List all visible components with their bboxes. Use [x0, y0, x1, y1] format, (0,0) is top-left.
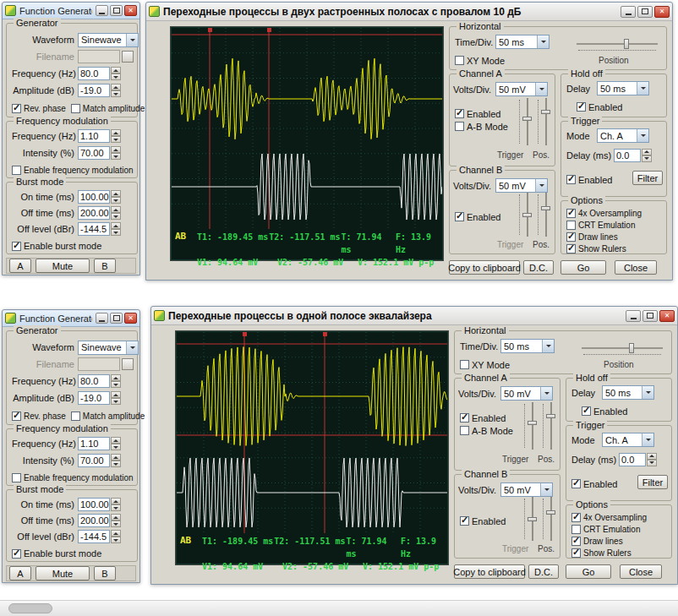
- channel-a-enabled-checkbox[interactable]: Enabled: [460, 413, 506, 423]
- frequency-input[interactable]: 80.0: [78, 67, 110, 80]
- xy-mode-checkbox[interactable]: XY Mode: [455, 56, 505, 66]
- oversampling-checkbox[interactable]: 4x Oversampling: [571, 513, 647, 522]
- trigger-delay-input[interactable]: 0.0: [614, 149, 641, 162]
- slider-thumb[interactable]: [546, 510, 555, 515]
- filter-button[interactable]: Filter: [637, 475, 668, 489]
- xy-mode-checkbox[interactable]: XY Mode: [460, 360, 510, 370]
- spin-down-icon[interactable]: [111, 444, 121, 450]
- trigger-delay-spinner[interactable]: [647, 453, 657, 466]
- channel-a-voltsdiv-select[interactable]: 50 mV: [495, 82, 548, 96]
- trigger-enabled-checkbox[interactable]: Enabled: [566, 175, 612, 185]
- show-rulers-checkbox[interactable]: Show Rulers: [571, 548, 632, 558]
- ab-mode-checkbox[interactable]: A-B Mode: [460, 426, 513, 436]
- mute-button[interactable]: Mute: [36, 566, 90, 581]
- spin-down-icon[interactable]: [111, 197, 121, 204]
- slider-thumb[interactable]: [528, 421, 537, 425]
- match-amplitude-checkbox[interactable]: Match amplitude: [71, 412, 145, 421]
- spin-down-icon[interactable]: [111, 90, 121, 97]
- filter-button[interactable]: Filter: [632, 171, 663, 185]
- spin-up-icon[interactable]: [111, 437, 121, 444]
- fg-titlebar[interactable]: Function Generator ✕: [3, 3, 139, 19]
- timediv-select[interactable]: 50 ms: [500, 339, 555, 353]
- channel-b-trigger-slider[interactable]: [528, 497, 538, 541]
- spin-down-icon[interactable]: [111, 461, 121, 467]
- maximize-button[interactable]: [110, 313, 123, 324]
- spin-down-icon[interactable]: [111, 136, 121, 143]
- slider-thumb[interactable]: [522, 117, 532, 121]
- crt-emulation-checkbox[interactable]: CRT Emulation: [571, 525, 640, 534]
- spin-up-icon[interactable]: [111, 222, 121, 229]
- off-level-input[interactable]: -144.5: [78, 222, 110, 236]
- fg-titlebar[interactable]: Function Generator ✕: [3, 310, 139, 327]
- slider-thumb[interactable]: [528, 517, 537, 521]
- off-level-input[interactable]: -144.5: [78, 530, 110, 543]
- spin-up-icon[interactable]: [111, 84, 121, 90]
- off-time-input[interactable]: 200.00: [78, 206, 110, 220]
- fm-frequency-spinner[interactable]: [111, 437, 121, 450]
- copy-to-clipboard-button[interactable]: Copy to clipboard: [449, 260, 520, 275]
- spin-up-icon[interactable]: [111, 454, 121, 461]
- horizontal-position-slider[interactable]: [577, 37, 658, 52]
- channel-a-voltsdiv-select[interactable]: 50 mV: [500, 386, 553, 401]
- enable-burst-mode-checkbox[interactable]: Enable burst mode: [12, 241, 101, 251]
- browse-button[interactable]: [122, 51, 134, 63]
- channel-a-button[interactable]: A: [9, 566, 31, 581]
- hold-off-enabled-checkbox[interactable]: Enabled: [582, 406, 627, 417]
- spin-down-icon[interactable]: [111, 521, 121, 527]
- spin-down-icon[interactable]: [642, 155, 652, 162]
- off-level-spinner[interactable]: [111, 530, 121, 543]
- spin-down-icon[interactable]: [111, 153, 121, 160]
- enable-frequency-modulation-checkbox[interactable]: Enable frequency modulation: [12, 166, 134, 175]
- on-time-input[interactable]: 100.00: [78, 190, 110, 204]
- spin-down-icon[interactable]: [111, 398, 121, 405]
- channel-a-trigger-slider[interactable]: [522, 98, 533, 145]
- on-time-spinner[interactable]: [111, 498, 121, 511]
- hold-off-delay-select[interactable]: 50 ms: [602, 385, 654, 400]
- mute-button[interactable]: Mute: [36, 259, 90, 273]
- enable-frequency-modulation-checkbox[interactable]: Enable frequency modulation: [12, 473, 134, 482]
- draw-lines-checkbox[interactable]: Draw lines: [566, 232, 618, 242]
- enable-burst-mode-checkbox[interactable]: Enable burst mode: [12, 548, 101, 559]
- rev-phase-checkbox[interactable]: Rev. phase: [12, 104, 66, 113]
- spin-down-icon[interactable]: [111, 537, 121, 543]
- slider-thumb[interactable]: [541, 110, 550, 114]
- channel-b-voltsdiv-select[interactable]: 50 mV: [500, 482, 553, 497]
- scrollbar-thumb[interactable]: [8, 603, 52, 613]
- slider-thumb[interactable]: [624, 39, 629, 49]
- channel-a-enabled-checkbox[interactable]: Enabled: [455, 109, 500, 119]
- oscilloscope-screen[interactable]: [177, 332, 447, 533]
- spin-up-icon[interactable]: [647, 453, 657, 460]
- amplitude-spinner[interactable]: [111, 391, 121, 405]
- spin-down-icon[interactable]: [111, 74, 121, 80]
- off-time-input[interactable]: 200.00: [78, 514, 110, 527]
- maximize-button[interactable]: [637, 6, 653, 18]
- fm-frequency-input[interactable]: 1.10: [78, 437, 110, 450]
- channel-a-position-slider[interactable]: [546, 402, 556, 450]
- channel-a-button[interactable]: A: [9, 259, 31, 273]
- scope-titlebar[interactable]: Переходные процессы в двух растроенных п…: [146, 3, 672, 21]
- spin-up-icon[interactable]: [111, 530, 121, 537]
- spin-up-icon[interactable]: [111, 129, 121, 136]
- trigger-mode-select[interactable]: Ch. A: [602, 433, 654, 447]
- amplitude-input[interactable]: -19.0: [78, 84, 110, 97]
- frequency-spinner[interactable]: [111, 67, 121, 80]
- dc-button[interactable]: D.C.: [528, 564, 559, 579]
- spin-up-icon[interactable]: [111, 374, 121, 381]
- minimize-button[interactable]: [626, 310, 641, 322]
- close-button[interactable]: ✕: [124, 5, 137, 16]
- crt-emulation-checkbox[interactable]: CRT Emulation: [566, 221, 635, 230]
- channel-b-trigger-slider[interactable]: [522, 193, 533, 237]
- spin-up-icon[interactable]: [642, 149, 652, 155]
- match-amplitude-checkbox[interactable]: Match amplitude: [71, 104, 145, 113]
- fm-intensity-input[interactable]: 70.00: [78, 146, 110, 160]
- channel-b-enabled-checkbox[interactable]: Enabled: [455, 212, 500, 222]
- spin-up-icon[interactable]: [111, 67, 121, 74]
- show-rulers-checkbox[interactable]: Show Rulers: [566, 244, 626, 253]
- timediv-select[interactable]: 50 ms: [495, 35, 550, 49]
- close-button[interactable]: ✕: [659, 310, 675, 322]
- close-dialog-button[interactable]: Close: [620, 564, 662, 579]
- trigger-delay-spinner[interactable]: [642, 149, 652, 162]
- on-time-input[interactable]: 100.00: [78, 498, 110, 511]
- minimize-button[interactable]: [621, 6, 636, 18]
- amplitude-spinner[interactable]: [111, 84, 121, 97]
